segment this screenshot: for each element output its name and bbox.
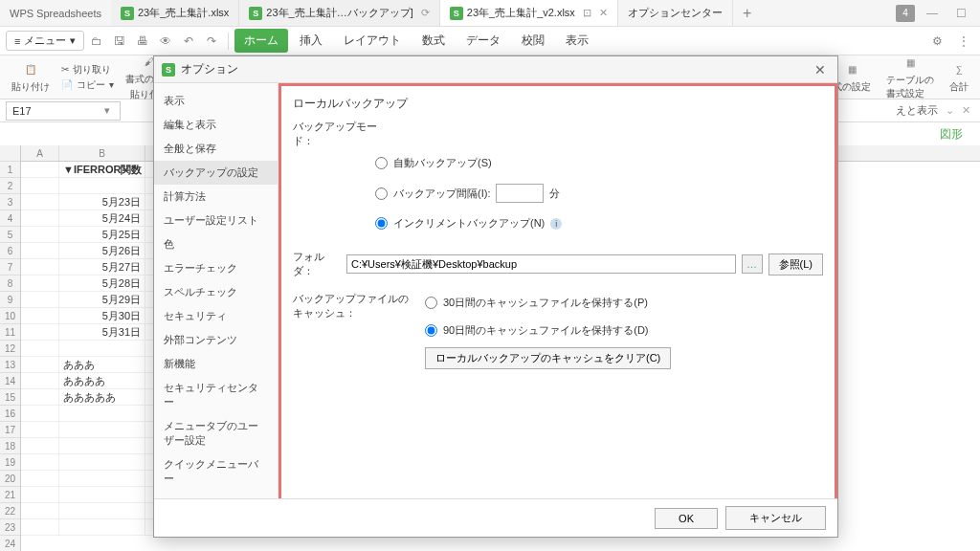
ribbon-tab-layout[interactable]: レイアウト (334, 29, 411, 53)
radio-input[interactable] (375, 217, 388, 230)
row-header[interactable]: 10 (0, 308, 20, 324)
sidebar-item[interactable]: クイックメニューバー (154, 452, 278, 491)
row-header[interactable]: 19 (0, 454, 20, 471)
ribbon-tab-review[interactable]: 校閲 (512, 29, 554, 53)
radio-input[interactable] (375, 157, 388, 169)
sidebar-item[interactable]: 計算方法 (154, 185, 278, 209)
ribbon-tab-home[interactable]: ホーム (234, 29, 288, 53)
dialog-titlebar[interactable]: S オプション ✕ (154, 56, 837, 83)
cell[interactable]: あああああ (59, 389, 145, 406)
row-header[interactable]: 16 (0, 406, 20, 422)
name-box[interactable]: E17▾ (6, 101, 121, 121)
doc-tab-0[interactable]: S23年_売上集計.xlsx (111, 0, 239, 26)
restore-icon[interactable]: ⟳ (421, 7, 430, 19)
ribbon-tab-insert[interactable]: 挿入 (290, 29, 332, 53)
minimize-button[interactable]: — (921, 5, 944, 22)
pane-close-icon[interactable]: ⌄ (946, 104, 954, 117)
doc-tab-3[interactable]: オプションセンター (618, 0, 733, 26)
ribbon-tab-data[interactable]: データ (457, 29, 510, 53)
interval-input[interactable] (496, 184, 544, 203)
cell[interactable]: 5月27日 (59, 259, 145, 276)
cancel-button[interactable]: キャンセル (725, 506, 826, 530)
cell[interactable]: 5月30日 (59, 308, 145, 324)
row-header[interactable]: 6 (0, 243, 20, 259)
doc-tab-1[interactable]: S23年_売上集計…バックアップ]⟳ (239, 0, 439, 26)
sidebar-item[interactable]: ユーザー設定リスト (154, 209, 278, 232)
undo-icon[interactable]: ↶ (178, 31, 199, 52)
row-header[interactable]: 24 (0, 536, 20, 551)
col-b[interactable]: B (59, 145, 145, 161)
row-header[interactable]: 3 (0, 194, 20, 210)
row-header[interactable]: 22 (0, 503, 20, 519)
sidebar-item[interactable]: 外部コンテンツ (154, 328, 278, 352)
folder-path-input[interactable] (346, 254, 736, 274)
sidebar-item[interactable]: 全般と保存 (154, 137, 278, 161)
new-tab-button[interactable]: + (733, 0, 761, 26)
row-header[interactable]: 23 (0, 519, 20, 536)
folder-browse-icon-button[interactable]: … (742, 254, 763, 274)
radio-input[interactable] (425, 297, 437, 309)
preview-icon[interactable]: 👁 (155, 31, 176, 52)
sidebar-item[interactable]: エラーチェック (154, 256, 278, 280)
mode-interval-radio[interactable]: バックアップ間隔(I): 分 (375, 184, 823, 203)
sidebar-item[interactable]: スペルチェック (154, 280, 278, 304)
sidebar-item[interactable]: セキュリティ (154, 304, 278, 328)
cell[interactable]: ああああ (59, 373, 145, 389)
row-header[interactable]: 5 (0, 227, 20, 243)
cell[interactable]: 5月31日 (59, 324, 145, 341)
sidebar-item[interactable]: バックアップの設定 (154, 161, 278, 185)
cell[interactable]: あああ (59, 357, 145, 373)
info-icon[interactable]: i (550, 218, 562, 230)
more-icon[interactable]: ⋮ (953, 31, 974, 52)
row-header[interactable]: 20 (0, 471, 20, 487)
ribbon-tab-view[interactable]: 表示 (556, 29, 598, 53)
row-header[interactable]: 17 (0, 422, 20, 438)
close-tab-icon[interactable]: ✕ (599, 7, 608, 19)
copy-button[interactable]: 📄 コピー ▾ (61, 78, 114, 92)
dropdown-icon[interactable]: ▾ (100, 104, 114, 117)
row-header[interactable]: 13 (0, 357, 20, 373)
cell[interactable]: 5月25日 (59, 227, 145, 243)
redo-icon[interactable]: ↷ (201, 31, 222, 52)
row-header[interactable]: 18 (0, 438, 20, 454)
cell[interactable]: ▼IFERROR関数 (59, 162, 145, 178)
ok-button[interactable]: OK (655, 508, 718, 529)
dialog-close-button[interactable]: ✕ (811, 60, 830, 79)
cell[interactable]: 5月29日 (59, 292, 145, 308)
sidebar-item[interactable]: 編集と表示 (154, 113, 278, 137)
clear-cache-button[interactable]: ローカルバックアップのキャッシュをクリア(C) (425, 347, 671, 369)
paste-button[interactable]: 📋貼り付け (8, 61, 54, 94)
cell[interactable]: 5月26日 (59, 243, 145, 259)
row-header[interactable]: 12 (0, 341, 20, 357)
mode-auto-radio[interactable]: 自動バックアップ(S) (375, 156, 823, 170)
radio-input[interactable] (425, 324, 437, 337)
save-icon[interactable]: 🖫 (109, 31, 130, 52)
cut-button[interactable]: ✂ 切り取り (61, 63, 114, 77)
cache-90-radio[interactable]: 90日間のキャッシュファイルを保持する(D) (425, 323, 671, 338)
cache-30-radio[interactable]: 30日間のキャッシュファイルを保持する(P) (425, 296, 671, 310)
row-header[interactable]: 11 (0, 324, 20, 341)
open-icon[interactable]: 🗀 (86, 31, 107, 52)
row-header[interactable]: 21 (0, 487, 20, 503)
menu-button[interactable]: ≡ メニュー ▾ (6, 31, 84, 51)
print-icon[interactable]: 🖶 (132, 31, 153, 52)
shape-label[interactable]: 図形 (932, 122, 970, 146)
cell[interactable]: 5月23日 (59, 194, 145, 210)
cell[interactable]: 5月28日 (59, 276, 145, 292)
radio-input[interactable] (375, 187, 388, 200)
row-header[interactable]: 9 (0, 292, 20, 308)
pin-icon[interactable]: ⊡ (583, 7, 591, 19)
maximize-button[interactable]: ☐ (949, 5, 972, 22)
doc-tab-2[interactable]: S23年_売上集計_v2.xlsx⊡✕ (440, 0, 618, 26)
row-header[interactable]: 15 (0, 389, 20, 406)
sidebar-item[interactable]: 表示 (154, 89, 278, 113)
cell[interactable]: 5月24日 (59, 210, 145, 227)
browse-button[interactable]: 参照(L) (768, 253, 823, 276)
row-header[interactable]: 1 (0, 162, 20, 178)
row-header[interactable]: 4 (0, 210, 20, 227)
ribbon-tab-formula[interactable]: 数式 (412, 29, 455, 53)
mode-increment-radio[interactable]: インクリメントバックアップ(N) i (375, 216, 823, 231)
sidebar-item[interactable]: メニュータブのユーザー設定 (154, 414, 278, 452)
settings-icon[interactable]: ⚙ (926, 31, 947, 52)
sidebar-item[interactable]: 新機能 (154, 352, 278, 376)
